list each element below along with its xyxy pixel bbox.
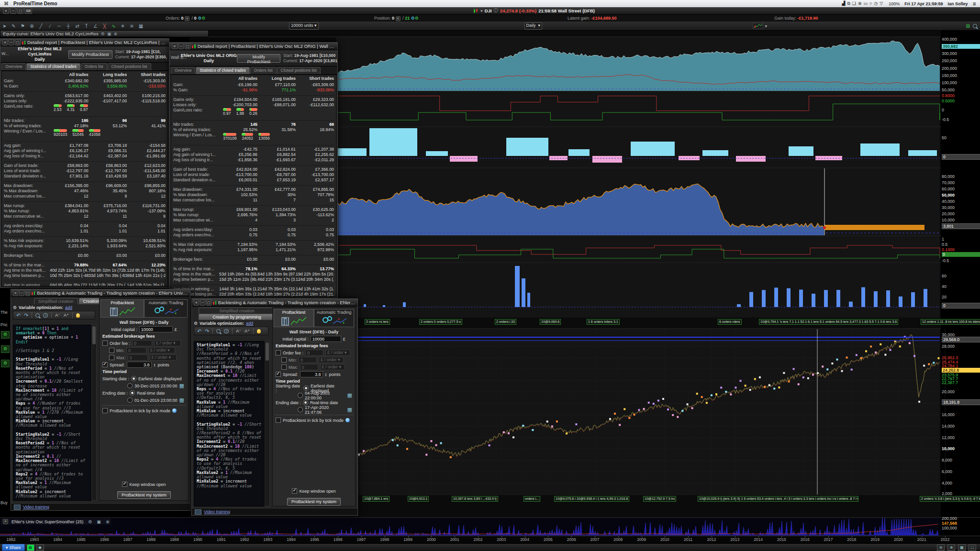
cursor-tool-icon[interactable]: ➤ xyxy=(0,23,9,29)
order-annotation[interactable]: 10@10,026.9 i) (iers 3.9) 9) 1 6 orders … xyxy=(698,496,858,502)
fullscreen-icon[interactable]: ⛶ xyxy=(969,544,976,551)
position-gear-icon[interactable]: ⚙ xyxy=(411,16,415,21)
zoom-out-icon[interactable]: ⊖ xyxy=(937,544,945,551)
order-annotation[interactable]: 2 orders 's 3.8 i (iers 3.3 i) 's 0.6 i)… xyxy=(920,496,980,502)
menubar-clock[interactable]: Fri 17 Apr 21:59:59 xyxy=(904,1,943,6)
tab-automatic-trading[interactable]: Automatic Trading xyxy=(314,309,354,327)
apple-menu-icon[interactable]: ⌘ xyxy=(4,1,9,6)
editor-scrollbar[interactable] xyxy=(91,325,97,501)
swap-tool-icon[interactable]: ⇄ xyxy=(73,23,82,29)
close-icon[interactable]: ✕ xyxy=(194,299,199,306)
layers-icon[interactable]: ❏ xyxy=(852,1,856,6)
spread-input[interactable] xyxy=(127,362,152,368)
strategy-gear-icon[interactable]: ⚙ xyxy=(1,345,10,353)
tab-orders-list[interactable]: Orders list xyxy=(81,63,107,70)
restore-icon[interactable]: ▢ xyxy=(25,290,31,296)
add-variable-link[interactable]: add xyxy=(246,321,253,326)
chevron-down-icon[interactable]: ▾ xyxy=(480,8,483,13)
restore-icon[interactable]: ▢ xyxy=(15,39,20,45)
order-annotation[interactable]: 10@9,075.8 i 10@9,938.4 i 1 iers 4,99.3 … xyxy=(554,496,629,502)
column-all-trades[interactable]: All trades xyxy=(219,76,257,82)
calendar-icon[interactable]: ▦ xyxy=(179,397,184,403)
max-fee-input[interactable] xyxy=(128,354,148,361)
order-fee-input[interactable] xyxy=(132,340,152,346)
keep-window-open-checkbox[interactable] xyxy=(292,488,297,494)
max-fee-input[interactable] xyxy=(300,364,318,370)
spread-checkbox[interactable] xyxy=(276,372,281,377)
order-annotation[interactable]: 2 orders 0 orders 0,277.5 s xyxy=(419,319,462,325)
grid-tool-icon[interactable]: ▦ xyxy=(136,23,145,29)
help-icon[interactable]: ⊛ xyxy=(858,1,862,6)
line-tool-icon[interactable]: ╱ xyxy=(36,23,45,29)
close-icon[interactable]: ✕ xyxy=(13,290,18,296)
earliest-date-radio[interactable] xyxy=(131,376,136,381)
spread-checkbox[interactable] xyxy=(102,362,108,367)
order-annotation[interactable]: 10@9,794.1 's iers 7.1 1.1 52.1 6.1 iers… xyxy=(759,319,898,325)
minimize-icon[interactable]: ─ xyxy=(19,290,24,296)
window-titlebar[interactable]: ✕─▢ Detailed report | ProBacktest | Ehle… xyxy=(170,43,337,50)
order-fee-checkbox[interactable] xyxy=(276,350,281,355)
column-short-trades[interactable]: Short trades xyxy=(296,76,334,82)
screenshot-icon[interactable]: ◉ xyxy=(36,544,44,551)
search-icon[interactable] xyxy=(216,329,221,333)
pencil-tool-icon[interactable]: ✎ xyxy=(9,23,18,29)
panel-icon[interactable]: ▣ xyxy=(107,32,111,36)
fee-unit-select[interactable]: £ / order ▾ xyxy=(154,340,181,346)
horizontal-line-tool-icon[interactable]: ─ xyxy=(55,23,64,29)
close-icon[interactable]: ✕ xyxy=(3,519,8,524)
tick-info-icon[interactable] xyxy=(172,408,177,413)
close-strip-icon[interactable]: ⊗ xyxy=(113,32,117,36)
stocks-icon[interactable]: ▟ xyxy=(842,1,845,6)
max-unit-select[interactable]: £ / order ▾ xyxy=(320,364,345,370)
zoom-tool-icon[interactable]: ⊕ xyxy=(27,23,36,29)
window-titlebar[interactable]: ✕─▢ Backtesting & Automatic Trading - Tr… xyxy=(192,299,357,307)
wifi-icon[interactable]: ▽ xyxy=(880,1,883,6)
fee-unit-select[interactable]: £ / order ▾ xyxy=(325,350,350,356)
column-long-trades[interactable]: Long trades xyxy=(89,72,127,78)
tab-statistics[interactable]: Statistics of closed trades xyxy=(26,63,80,70)
order-annotation[interactable]: 6 orders rders xyxy=(718,319,742,325)
ray-tool-icon[interactable]: ∕ xyxy=(45,23,55,29)
spread-stepper[interactable]: ▲▼ xyxy=(325,373,327,376)
wave-tool-icon[interactable]: ∿ xyxy=(109,23,118,29)
tick-mode-checkbox[interactable] xyxy=(102,408,108,413)
undo-icon[interactable]: ↶ xyxy=(16,312,21,319)
tab-creation-by-programming[interactable]: Creation by programming xyxy=(199,314,275,320)
display-icon[interactable]: ▭ xyxy=(863,1,868,6)
realtime-date-radio[interactable] xyxy=(303,400,308,405)
calendar-icon[interactable]: ▦ xyxy=(347,407,352,413)
minimize-icon[interactable]: ─ xyxy=(178,43,184,49)
comment-icon[interactable]: // xyxy=(43,313,48,318)
spread-stepper[interactable]: ▲▼ xyxy=(154,363,156,367)
indicator-tool-icon[interactable]: ≋ xyxy=(127,23,136,29)
order-annotation[interactable]: 10@9,069.6 xyxy=(540,319,561,325)
probacktest-run-button[interactable]: ProBacktest my system xyxy=(287,498,341,506)
info-icon[interactable]: ⓘ xyxy=(494,8,499,14)
end-date-radio[interactable] xyxy=(298,407,303,412)
position-close-icon[interactable]: ✕ xyxy=(396,16,401,21)
equity-curve-strip[interactable]: Equity curve: Ehler's Univ Osc ML2 CycLi… xyxy=(0,30,209,37)
menubar-user[interactable]: Ian Solley xyxy=(947,1,968,6)
wrench-icon[interactable]: ⚙ xyxy=(88,519,92,524)
min-fee-input[interactable] xyxy=(126,347,146,353)
tab-simplified-creation[interactable]: Simplified creation xyxy=(34,298,78,304)
chart-style-chevron-icon[interactable]: ▾ xyxy=(765,23,767,29)
order-annotation[interactable]: 10@12,752.9 7.9 irs xyxy=(643,496,676,502)
order-annotation[interactable]: 12 orders 1.11 .8 irs iers 100.8 irs ide… xyxy=(921,319,980,325)
calendar-icon[interactable]: ▦ xyxy=(347,392,352,398)
order-fee-input[interactable] xyxy=(305,350,323,356)
close-icon[interactable]: ✕ xyxy=(172,43,178,49)
time-axis[interactable]: 1982198319841985198619871988198919901991… xyxy=(0,536,980,543)
search-icon[interactable] xyxy=(35,313,40,318)
hint-bulb-icon[interactable] xyxy=(257,329,261,333)
minimize-icon[interactable]: ─ xyxy=(9,39,14,45)
undo-icon[interactable]: ↶ xyxy=(197,328,201,334)
min-fee-input[interactable] xyxy=(299,357,317,363)
add-variable-link[interactable]: add xyxy=(65,305,72,310)
start-date-radio[interactable] xyxy=(127,383,133,388)
min-fee-checkbox[interactable] xyxy=(281,357,287,363)
angle-tool-icon[interactable]: ∠ xyxy=(91,23,100,29)
tab-automatic-trading[interactable]: Automatic Trading xyxy=(144,299,188,318)
spotlight-icon[interactable]: ○ xyxy=(869,1,872,6)
zoom-in-icon[interactable]: ⊕ xyxy=(947,544,955,551)
